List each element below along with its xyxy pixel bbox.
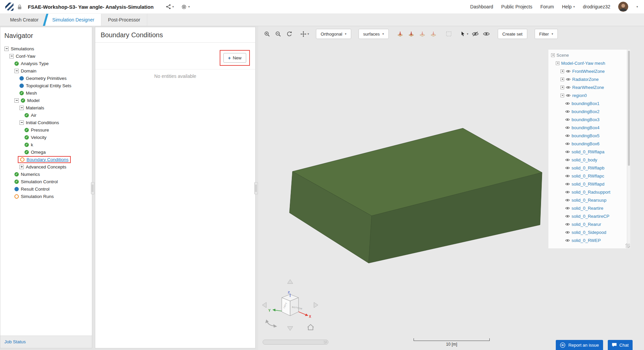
scene-node-boundingbox5[interactable]: boundingBox5 <box>548 132 630 140</box>
nav-node-result-control[interactable]: Result Control <box>0 185 92 193</box>
viewport-3d[interactable]: ▾Orthogonal▾surfaces▾▾Create setFilter▾ … <box>258 26 644 350</box>
rotate-gesture-icon[interactable] <box>265 319 277 328</box>
collapse-icon[interactable] <box>556 61 559 65</box>
box-select-button[interactable] <box>445 29 453 39</box>
rotate-left-arrow[interactable] <box>262 302 266 308</box>
scene-node-solid-0-reartirecp[interactable]: solid_0_ReartireCP <box>548 212 630 220</box>
tab-post-processor[interactable]: Post-Processor <box>101 14 147 26</box>
visibility-icon[interactable] <box>565 231 570 234</box>
nav-node-numerics[interactable]: ✓Numerics <box>0 170 92 178</box>
collapse-icon[interactable] <box>19 106 24 110</box>
scene-node-radiatorzone[interactable]: RadiatorZone <box>548 75 630 83</box>
nav-node-omega[interactable]: ✓Omega <box>0 148 92 156</box>
projection-dropdown[interactable]: Orthogonal▾ <box>316 29 351 39</box>
job-status-link[interactable]: Job Status <box>0 336 92 348</box>
tab-mesh-creator[interactable]: Mesh Creator <box>3 14 46 26</box>
pan-mode-button[interactable]: ▾ <box>301 29 309 39</box>
show-all-button[interactable] <box>482 29 490 39</box>
visibility-icon[interactable] <box>565 223 570 226</box>
home-view-icon[interactable] <box>308 324 314 330</box>
view-normal-4-button[interactable] <box>429 29 437 39</box>
visibility-icon[interactable] <box>565 142 570 145</box>
visibility-icon[interactable] <box>566 94 571 97</box>
nav-node-pressure[interactable]: ✓Pressure <box>0 126 92 134</box>
view-normal-2-button[interactable] <box>407 29 415 39</box>
nav-node-materials[interactable]: Materials <box>0 104 92 111</box>
reset-view-button[interactable] <box>285 29 293 39</box>
visibility-icon[interactable] <box>565 102 570 105</box>
nav-node-air[interactable]: ✓Air <box>0 111 92 119</box>
scene-node-boundingbox3[interactable]: boundingBox3 <box>548 115 630 123</box>
visibility-icon[interactable] <box>565 174 570 178</box>
scene-node-solid-0-rwflapc[interactable]: solid_0_RWflapc <box>548 172 630 180</box>
nav-help[interactable]: Help▾ <box>562 4 575 9</box>
settings-button[interactable]: ▾ <box>181 4 190 10</box>
nav-node-advanced-concepts[interactable]: Advanced Concepts <box>0 163 92 170</box>
visibility-icon[interactable] <box>565 126 570 129</box>
scene-node-frontwheelzone[interactable]: FrontWheelZone <box>548 67 630 75</box>
visibility-icon[interactable] <box>565 199 570 202</box>
nav-node-analysis-type[interactable]: ✓Analysis Type <box>0 60 92 67</box>
collapse-icon[interactable] <box>19 120 24 125</box>
simscale-logo[interactable] <box>5 2 14 11</box>
nav-node-simulation-control[interactable]: ✓Simulation Control <box>0 178 92 185</box>
visibility-icon[interactable] <box>565 110 570 113</box>
nav-node-boundary-conditions[interactable]: Boundary Conditions <box>0 156 92 163</box>
scene-node-scene[interactable]: Scene <box>548 51 630 59</box>
scene-node-rearwheelzone[interactable]: RearWheelZone <box>548 83 630 91</box>
scene-node-solid-0-rwflapd[interactable]: solid_0_RWflapd <box>548 180 630 188</box>
scene-node-boundingbox6[interactable]: boundingBox6 <box>548 140 630 148</box>
scene-node-boundingbox2[interactable]: boundingBox2 <box>548 107 630 115</box>
view-normal-3-button[interactable] <box>418 29 426 39</box>
hide-selected-button[interactable] <box>471 29 479 39</box>
share-button[interactable]: ▾ <box>166 4 174 9</box>
collapse-icon[interactable] <box>9 54 14 58</box>
scene-node-solid-0-rearur[interactable]: solid_0_Rearur <box>548 220 630 228</box>
nav-node-topological-entity-sets[interactable]: Topological Entity Sets <box>0 82 92 89</box>
nav-node-initial-conditions[interactable]: Initial Conditions <box>0 119 92 126</box>
nav-dashboard[interactable]: Dashboard <box>470 4 493 9</box>
visibility-icon[interactable] <box>565 183 570 186</box>
nav-node-velocity[interactable]: ✓Velocity <box>0 134 92 141</box>
avatar[interactable] <box>618 2 628 12</box>
nav-node-mesh[interactable]: ✓Mesh <box>0 89 92 97</box>
visibility-icon[interactable] <box>566 78 571 81</box>
select-mode-button[interactable]: ▾ <box>460 29 468 39</box>
visibility-icon[interactable] <box>566 70 571 73</box>
scene-node-region0[interactable]: region0 <box>548 91 630 99</box>
panel-resize-handle-left[interactable] <box>91 182 95 194</box>
collapse-icon[interactable] <box>560 94 564 97</box>
user-menu-caret-icon[interactable]: ▾ <box>636 5 638 8</box>
scene-panel-resize-grip[interactable] <box>626 244 630 248</box>
collapse-icon[interactable] <box>4 47 9 51</box>
rotate-right-arrow[interactable] <box>314 302 318 308</box>
render-mode-dropdown[interactable]: surfaces▾ <box>359 29 389 39</box>
nav-node-geometry-primitives[interactable]: Geometry Primitives <box>0 74 92 82</box>
nav-node-conf-yaw[interactable]: Conf-Yaw <box>0 52 92 60</box>
viewport-hscrollbar[interactable] <box>263 340 328 345</box>
collapse-icon[interactable] <box>551 53 555 57</box>
visibility-icon[interactable] <box>565 118 570 121</box>
collapse-icon[interactable] <box>14 98 19 103</box>
scene-node-boundingbox4[interactable]: boundingBox4 <box>548 123 630 132</box>
scene-node-solid-0-sidepood[interactable]: solid_0_Sidepood <box>548 228 630 236</box>
visibility-icon[interactable] <box>565 134 570 137</box>
collapse-icon[interactable] <box>14 69 19 73</box>
scene-node-solid-0-rwflapb[interactable]: solid_0_RWflapb <box>548 164 630 172</box>
nav-node-model[interactable]: ✓Model <box>0 97 92 104</box>
visibility-icon[interactable] <box>565 150 570 153</box>
scene-node-solid-0-reartire[interactable]: solid_0_Reartire <box>548 204 630 212</box>
rotate-up-arrow[interactable] <box>287 280 293 284</box>
new-button[interactable]: + New <box>223 53 246 63</box>
nav-forum[interactable]: Forum <box>540 4 554 9</box>
scene-node-model-conf-yaw-mesh[interactable]: Model-Conf-Yaw mesh <box>548 59 630 67</box>
scene-node-solid-0-body[interactable]: solid_0_body <box>548 156 630 164</box>
scene-node-solid-0-radsupport[interactable]: solid_0_Radsupport <box>548 188 630 196</box>
visibility-icon[interactable] <box>565 239 570 242</box>
create-set-button[interactable]: Create set <box>498 29 527 39</box>
nav-node-simulations[interactable]: Simulations <box>0 45 92 52</box>
scene-scrollbar[interactable] <box>627 50 630 248</box>
nav-public-projects[interactable]: Public Projects <box>501 4 532 9</box>
zoom-out-button[interactable] <box>274 29 282 39</box>
nav-node-domain[interactable]: Domain <box>0 67 92 74</box>
